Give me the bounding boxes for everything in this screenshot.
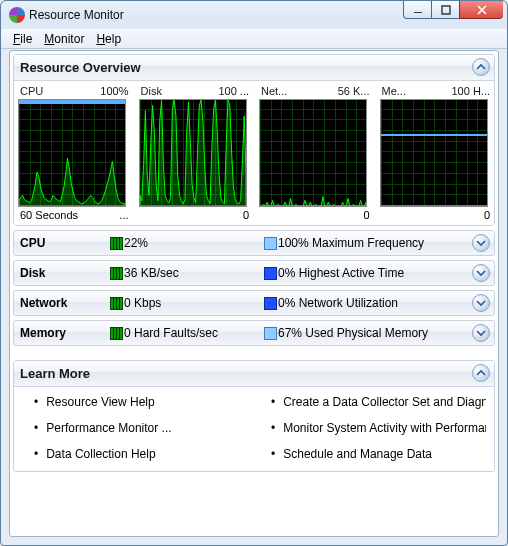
chevron-up-icon[interactable] [472,364,490,382]
chevron-down-icon[interactable] [472,264,490,282]
menu-help[interactable]: Help [92,31,125,47]
disk-row[interactable]: Disk 36 KB/sec 0% Highest Active Time [13,260,495,286]
overview-header[interactable]: Resource Overview [14,55,494,81]
menubar: File Monitor Help [1,29,507,49]
learn-link[interactable]: Data Collection Help [22,447,249,461]
overview-tile-memory: Me...100 H... 0 [380,85,493,221]
learn-more-header[interactable]: Learn More [14,361,494,387]
client-area: Resource Overview CPU100% 60 Seconds... … [9,50,499,537]
network-graph[interactable] [259,99,367,207]
learn-link[interactable]: Create a Data Collector Set and Diagnos.… [259,395,486,409]
window-title: Resource Monitor [29,8,124,22]
swatch-icon [264,297,277,310]
learn-link[interactable]: Schedule and Manage Data [259,447,486,461]
chevron-down-icon[interactable] [472,234,490,252]
learn-link[interactable]: Resource View Help [22,395,249,409]
swatch-icon [110,267,123,280]
chevron-down-icon[interactable] [472,324,490,342]
swatch-icon [110,237,123,250]
overview-tile-disk: Disk100 ... 0 [139,85,252,221]
resource-monitor-window: Resource Monitor File Monitor Help Resou… [0,0,508,546]
app-icon [9,7,25,23]
swatch-icon [264,327,277,340]
maximize-button[interactable] [431,1,459,19]
overview-panel: Resource Overview CPU100% 60 Seconds... … [13,54,495,226]
overview-tile-cpu: CPU100% 60 Seconds... [18,85,131,221]
cpu-row[interactable]: CPU 22% 100% Maximum Frequency [13,230,495,256]
overview-title: Resource Overview [20,60,141,75]
swatch-icon [110,327,123,340]
cpu-graph[interactable] [18,99,126,207]
overview-body: CPU100% 60 Seconds... Disk100 ... 0 [14,81,494,225]
learn-link[interactable]: Performance Monitor ... [22,421,249,435]
swatch-icon [264,267,277,280]
learn-more-panel: Learn More Resource View Help Create a D… [13,360,495,472]
overview-tile-network: Net...56 K... 0 [259,85,372,221]
chevron-up-icon[interactable] [472,58,490,76]
minimize-button[interactable] [403,1,431,19]
swatch-icon [110,297,123,310]
titlebar[interactable]: Resource Monitor [1,1,507,29]
network-row[interactable]: Network 0 Kbps 0% Network Utilization [13,290,495,316]
learn-more-title: Learn More [20,366,90,381]
learn-link[interactable]: Monitor System Activity with Performanc.… [259,421,486,435]
memory-graph[interactable] [380,99,488,207]
close-button[interactable] [459,1,503,19]
menu-file[interactable]: File [9,31,36,47]
chevron-down-icon[interactable] [472,294,490,312]
memory-row[interactable]: Memory 0 Hard Faults/sec 67% Used Physic… [13,320,495,346]
disk-graph[interactable] [139,99,247,207]
swatch-icon [264,237,277,250]
menu-monitor[interactable]: Monitor [40,31,88,47]
learn-more-body: Resource View Help Create a Data Collect… [14,387,494,471]
